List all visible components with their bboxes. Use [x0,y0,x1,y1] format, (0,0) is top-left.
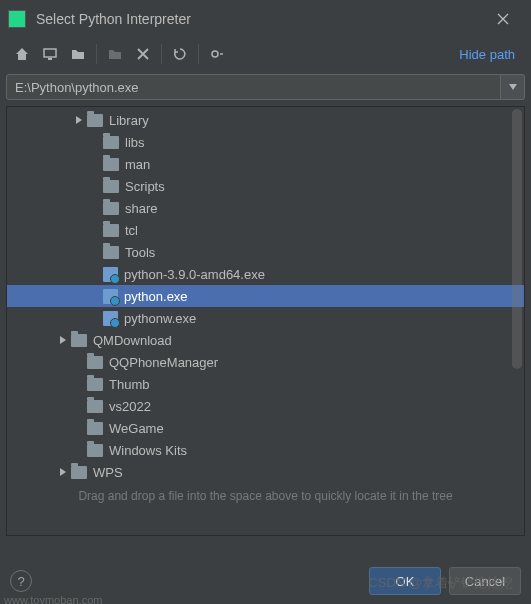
tree-item-label: WPS [93,465,123,480]
button-bar: ? OK Cancel [0,558,531,604]
refresh-icon [172,46,188,62]
tree-row[interactable]: QMDownload [7,329,524,351]
file-tree[interactable]: LibrarylibsmanScriptssharetclToolspython… [7,107,524,483]
show-hidden-icon [209,46,225,62]
path-row [0,70,531,106]
folder-icon [103,136,119,149]
tree-row[interactable]: Windows Kits [7,439,524,461]
tree-item-label: vs2022 [109,399,151,414]
tree-row[interactable]: Thumb [7,373,524,395]
toolbar: Hide path [0,38,531,70]
svg-point-2 [212,51,218,57]
desktop-button[interactable] [36,40,64,68]
tree-item-label: Scripts [125,179,165,194]
tree-row[interactable]: pythonw.exe [7,307,524,329]
folder-icon [103,180,119,193]
tree-row[interactable]: Tools [7,241,524,263]
delete-button[interactable] [129,40,157,68]
refresh-button[interactable] [166,40,194,68]
cancel-button[interactable]: Cancel [449,567,521,595]
tree-row[interactable]: WPS [7,461,524,483]
folder-icon [103,202,119,215]
dialog-title: Select Python Interpreter [36,11,483,27]
tree-item-label: Windows Kits [109,443,187,458]
folder-icon [87,114,103,127]
tree-row[interactable]: libs [7,131,524,153]
show-hidden-button[interactable] [203,40,231,68]
svg-rect-0 [44,49,56,57]
tree-item-label: Tools [125,245,155,260]
tree-row[interactable]: python-3.9.0-amd64.exe [7,263,524,285]
toolbar-separator [161,44,162,64]
file-icon [103,267,118,282]
tree-item-label: python.exe [124,289,188,304]
file-icon [103,311,118,326]
chevron-down-icon [509,84,517,90]
desktop-icon [42,46,58,62]
folder-icon [103,158,119,171]
close-icon [497,13,509,25]
vertical-scrollbar[interactable] [512,109,522,533]
tree-row[interactable]: QQPhoneManager [7,351,524,373]
home-button[interactable] [8,40,36,68]
tree-item-label: libs [125,135,145,150]
tree-item-label: WeGame [109,421,164,436]
titlebar: Select Python Interpreter [0,0,531,38]
pycharm-icon [8,10,26,28]
tree-row[interactable]: Scripts [7,175,524,197]
folder-icon [87,422,103,435]
scrollbar-thumb[interactable] [512,109,522,369]
path-dropdown-button[interactable] [501,74,525,100]
tree-item-label: python-3.9.0-amd64.exe [124,267,265,282]
project-button[interactable] [64,40,92,68]
folder-icon [103,224,119,237]
folder-icon [87,356,103,369]
close-button[interactable] [483,0,523,38]
folder-icon [103,246,119,259]
tree-item-label: share [125,201,158,216]
tree-row[interactable]: WeGame [7,417,524,439]
folder-icon [87,400,103,413]
expand-chevron-icon[interactable] [71,112,87,128]
folder-icon [71,466,87,479]
folder-icon [71,334,87,347]
tree-row[interactable]: Library [7,109,524,131]
ok-button[interactable]: OK [369,567,441,595]
tree-item-label: tcl [125,223,138,238]
tree-row[interactable]: tcl [7,219,524,241]
new-folder-icon [107,46,123,62]
file-icon [103,289,118,304]
tree-item-label: man [125,157,150,172]
expand-chevron-icon[interactable] [55,464,71,480]
project-icon [70,46,86,62]
delete-icon [137,48,149,60]
folder-icon [87,444,103,457]
new-folder-button[interactable] [101,40,129,68]
tree-item-label: QMDownload [93,333,172,348]
help-button[interactable]: ? [10,570,32,592]
path-input[interactable] [6,74,501,100]
tree-row[interactable]: vs2022 [7,395,524,417]
tree-item-label: QQPhoneManager [109,355,218,370]
tree-row[interactable]: man [7,153,524,175]
expand-chevron-icon[interactable] [55,332,71,348]
tree-hint: Drag and drop a file into the space abov… [7,483,524,509]
hide-path-link[interactable]: Hide path [459,47,523,62]
svg-rect-1 [48,58,52,60]
folder-icon [87,378,103,391]
tree-item-label: Thumb [109,377,149,392]
toolbar-separator [198,44,199,64]
home-icon [14,46,30,62]
tree-item-label: Library [109,113,149,128]
tree-row[interactable]: share [7,197,524,219]
toolbar-separator [96,44,97,64]
tree-row[interactable]: python.exe [7,285,524,307]
tree-item-label: pythonw.exe [124,311,196,326]
file-tree-container: LibrarylibsmanScriptssharetclToolspython… [6,106,525,536]
